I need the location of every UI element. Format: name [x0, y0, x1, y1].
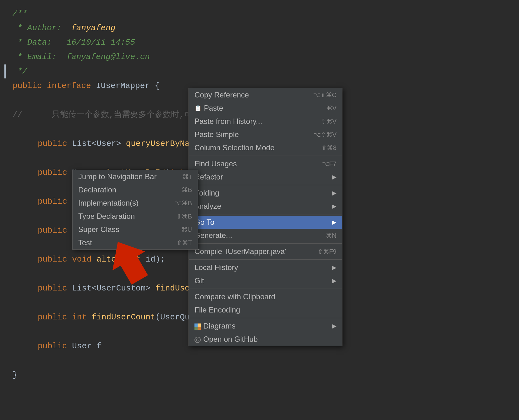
menu-folding[interactable]: Folding ▶ [189, 186, 342, 200]
compile-label: Compile 'IUserMapper.java' [194, 247, 286, 256]
separator-3 [189, 214, 342, 214]
menu-file-encoding[interactable]: File Encoding [189, 303, 342, 317]
diagrams-label: Diagrams [203, 322, 236, 330]
menu-paste-from-history[interactable]: Paste from History... ⇧⌘V [189, 115, 342, 128]
local-history-arrow: ▶ [332, 264, 336, 271]
main-context-menu: Copy Reference ⌥⇧⌘C 📋 Paste ⌘V Paste fro… [188, 88, 342, 346]
svg-rect-4 [198, 327, 201, 330]
menu-column-selection[interactable]: Column Selection Mode ⇧⌘8 [189, 141, 342, 154]
copy-reference-shortcut: ⌥⇧⌘C [313, 91, 336, 99]
menu-git[interactable]: Git ▶ [189, 274, 342, 287]
goto-implementation[interactable]: Implementation(s) ⌥⌘B [73, 196, 198, 210]
menu-copy-reference[interactable]: Copy Reference ⌥⇧⌘C [189, 88, 342, 102]
super-class-label: Super Class [78, 225, 119, 234]
compile-shortcut: ⇧⌘F9 [318, 248, 336, 255]
paste-simple-label: Paste Simple [194, 130, 239, 139]
menu-diagrams[interactable]: Diagrams ▶ [189, 319, 342, 333]
git-label: Git [194, 276, 204, 285]
goto-declaration[interactable]: Declaration ⌘B [73, 183, 198, 196]
paste-shortcut: ⌘V [326, 104, 336, 112]
open-github-label: Open on GitHub [203, 335, 258, 344]
column-selection-shortcut: ⇧⌘8 [321, 144, 336, 152]
go-to-arrow: ▶ [332, 219, 336, 226]
refactor-label: Refactor [194, 173, 223, 181]
find-usages-shortcut: ⌥F7 [322, 160, 336, 168]
separator-5 [189, 259, 342, 260]
paste-label: Paste [204, 104, 223, 113]
jump-nav-label: Jump to Navigation Bar [78, 172, 156, 181]
file-encoding-label: File Encoding [194, 306, 240, 314]
goto-jump-nav[interactable]: Jump to Navigation Bar ⌘↑ [73, 170, 198, 183]
git-arrow: ▶ [332, 277, 336, 284]
separator-7 [189, 318, 342, 318]
folding-label: Folding [194, 189, 219, 197]
column-selection-label: Column Selection Mode [194, 143, 275, 152]
type-declaration-label: Type Declaration [78, 212, 135, 221]
find-usages-label: Find Usages [194, 159, 237, 168]
svg-marker-0 [101, 236, 156, 286]
test-label: Test [78, 238, 92, 247]
menu-open-github[interactable]: G Open on GitHub [189, 333, 342, 346]
red-arrow-indicator [97, 236, 160, 286]
svg-text:G: G [196, 338, 199, 342]
menu-go-to[interactable]: Go To ▶ [189, 216, 342, 229]
diagrams-arrow: ▶ [332, 323, 336, 329]
generate-shortcut: ⌘N [326, 232, 336, 239]
generate-label: Generate... [194, 231, 232, 240]
menu-compile[interactable]: Compile 'IUserMapper.java' ⇧⌘F9 [189, 245, 342, 258]
code-line-1: /** [13, 6, 27, 21]
separator-1 [189, 156, 342, 156]
menu-refactor[interactable]: Refactor ▶ [189, 170, 342, 184]
separator-2 [189, 185, 342, 185]
analyze-label: Analyze [194, 202, 221, 211]
implementation-shortcut: ⌥⌘B [174, 199, 192, 207]
separator-6 [189, 289, 342, 289]
implementation-label: Implementation(s) [78, 199, 139, 207]
menu-compare-clipboard[interactable]: Compare with Clipboard [189, 290, 342, 303]
test-shortcut: ⇧⌘T [177, 239, 192, 246]
type-declaration-shortcut: ⇧⌘B [176, 213, 192, 220]
folding-arrow: ▶ [332, 190, 336, 196]
declaration-label: Declaration [78, 185, 116, 194]
menu-find-usages[interactable]: Find Usages ⌥F7 [189, 157, 342, 170]
paste-from-history-shortcut: ⇧⌘V [321, 118, 336, 125]
menu-generate[interactable]: Generate... ⌘N [189, 229, 342, 242]
refactor-arrow: ▶ [332, 174, 336, 180]
svg-rect-2 [198, 323, 201, 327]
menu-analyze[interactable]: Analyze ▶ [189, 200, 342, 213]
menu-paste[interactable]: 📋 Paste ⌘V [189, 102, 342, 115]
paste-simple-shortcut: ⌥⇧⌘V [314, 131, 336, 138]
local-history-label: Local History [194, 263, 238, 272]
svg-rect-1 [194, 323, 198, 327]
jump-nav-shortcut: ⌘↑ [183, 173, 192, 180]
paste-icon: 📋 [194, 105, 201, 112]
menu-local-history[interactable]: Local History ▶ [189, 261, 342, 274]
declaration-shortcut: ⌘B [182, 186, 192, 194]
diagrams-icon [194, 323, 201, 329]
menu-paste-simple[interactable]: Paste Simple ⌥⇧⌘V [189, 128, 342, 141]
svg-rect-3 [194, 327, 198, 330]
goto-super-class[interactable]: Super Class ⌘U [73, 223, 198, 236]
copy-reference-label: Copy Reference [194, 91, 249, 99]
paste-from-history-label: Paste from History... [194, 117, 262, 126]
github-icon: G [194, 336, 201, 342]
super-class-shortcut: ⌘U [181, 226, 192, 233]
separator-4 [189, 243, 342, 244]
analyze-arrow: ▶ [332, 203, 336, 210]
compare-clipboard-label: Compare with Clipboard [194, 292, 275, 301]
goto-type-declaration[interactable]: Type Declaration ⇧⌘B [73, 210, 198, 223]
